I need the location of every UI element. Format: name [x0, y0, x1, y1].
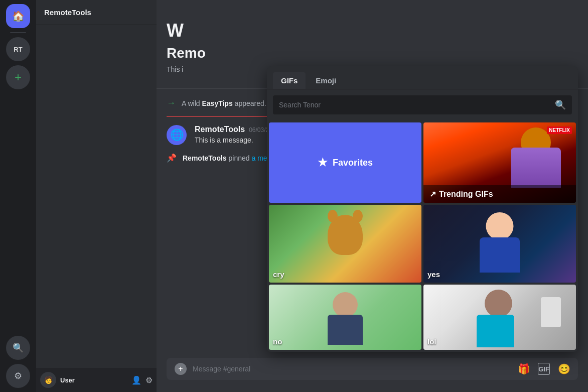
arrow-icon: →	[167, 98, 176, 108]
trending-overlay: ↗ Trending GIFs	[423, 185, 576, 203]
bottom-icons: 🔍 ⚙	[6, 336, 30, 388]
gif-tile-lol[interactable]: lol	[423, 285, 576, 350]
gif-tile-no[interactable]: no	[269, 285, 421, 350]
server-name: RemoteTools	[44, 8, 149, 17]
gif-grid: ★ Favorites NETFLIX ↗ Trending GIFs	[267, 120, 578, 352]
gif-search-bar: 🔍	[267, 89, 578, 120]
settings-icon[interactable]: ⚙	[6, 364, 30, 388]
gif-tile-favorites[interactable]: ★ Favorites	[269, 122, 421, 203]
server-icon-home[interactable]: 🏠	[6, 4, 30, 28]
user-actions: 👤 ⚙	[131, 375, 153, 385]
add-attachment-button[interactable]: +	[175, 363, 187, 375]
add-friend-icon[interactable]: 👤	[131, 375, 141, 385]
star-icon: ★	[318, 156, 328, 169]
easytips-bold: EasyTips	[202, 99, 232, 107]
gif-button[interactable]: GIF	[538, 363, 550, 375]
search-icon: 🔍	[555, 99, 566, 110]
gif-search-wrapper: 🔍	[273, 95, 572, 114]
message-input-area: + Message #general 🎁 GIF 😊	[157, 358, 588, 392]
channel-sidebar: RemoteTools 🧑 User 👤 ⚙	[36, 0, 157, 392]
server-sidebar: 🏠 RT + 🔍 ⚙	[0, 0, 36, 392]
gift-button[interactable]: 🎁	[518, 363, 530, 375]
favorites-label: Favorites	[333, 158, 373, 168]
trending-label: Trending GIFs	[439, 190, 493, 199]
username-area: User	[60, 376, 127, 384]
tab-gifs[interactable]: GIFs	[273, 72, 306, 89]
user-settings-icon[interactable]: ⚙	[145, 375, 153, 385]
message-avatar: 🌐	[167, 125, 187, 145]
user-panel: 🧑 User 👤 ⚙	[36, 368, 157, 392]
gif-picker: GIFs Emoji 🔍 ★ Favorites NETFLIX	[267, 66, 578, 352]
gif-tile-trending[interactable]: NETFLIX ↗ Trending GIFs	[423, 122, 576, 203]
add-server-button[interactable]: +	[6, 65, 30, 89]
input-actions: 🎁 GIF 😊	[518, 363, 570, 375]
user-avatar: 🧑	[40, 372, 56, 388]
pin-icon: 📌	[167, 153, 177, 163]
emoji-button[interactable]: 😊	[558, 363, 570, 375]
gif-tile-yes[interactable]: yes	[423, 205, 576, 283]
gif-tile-cry[interactable]: cry	[269, 205, 421, 283]
sidebar-divider	[10, 32, 26, 33]
gif-search-input[interactable]	[279, 101, 555, 109]
main-content: W Remo This i → A wild EasyTips appeared…	[157, 0, 588, 392]
trending-arrow-icon: ↗	[429, 189, 436, 199]
gif-cry-label: cry	[273, 270, 284, 279]
gif-yes-label: yes	[427, 270, 440, 279]
welcome-title: W	[167, 20, 578, 41]
message-input[interactable]: Message #general	[193, 365, 512, 373]
server-icon-1[interactable]: RT	[6, 37, 30, 61]
discovery-icon[interactable]: 🔍	[6, 336, 30, 360]
gif-lol-label: lol	[427, 337, 436, 346]
message-author: RemoteTools	[195, 125, 245, 134]
username: User	[60, 376, 127, 384]
message-input-box: + Message #general 🎁 GIF 😊	[167, 358, 578, 380]
welcome-subtitle: Remo	[167, 45, 578, 61]
gif-no-label: no	[273, 337, 282, 346]
tab-emoji[interactable]: Emoji	[308, 72, 344, 89]
gif-picker-tabs: GIFs Emoji	[267, 66, 578, 89]
netflix-badge: NETFLIX	[547, 126, 572, 134]
pin-author: RemoteTools	[183, 154, 227, 162]
